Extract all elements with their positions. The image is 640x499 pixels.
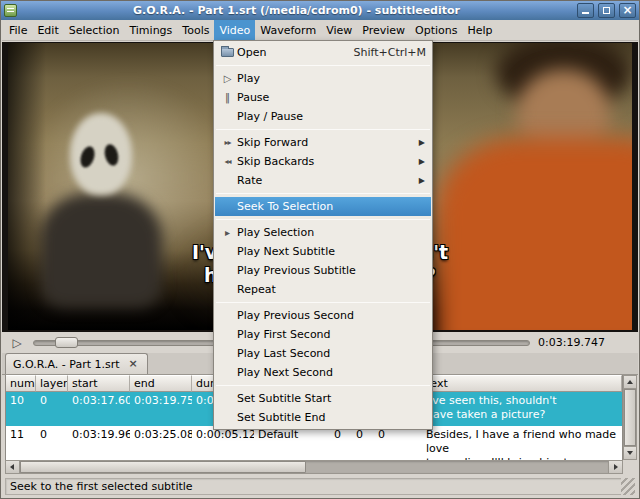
menu-item-label: Play Previous Second [237, 309, 416, 322]
menu-separator [216, 385, 430, 386]
menu-item-play-last-second[interactable]: Play Last Second [215, 344, 431, 363]
horizontal-scrollbar[interactable] [5, 460, 623, 474]
menu-item-set-subtitle-end[interactable]: Set Subtitle End [215, 408, 431, 427]
status-text: Seek to the first selected subtitle [5, 478, 621, 495]
horizontal-scrollbar-trough[interactable] [20, 460, 608, 474]
menubar-item-edit[interactable]: Edit [32, 20, 63, 40]
play-selection-icon: ▸ [218, 223, 237, 242]
menubar-item-timings[interactable]: Timings [124, 20, 177, 40]
maximize-button[interactable] [598, 3, 615, 18]
menu-item-label: Play [237, 72, 416, 85]
menu-item-label: Repeat [237, 283, 416, 296]
maximize-icon [603, 7, 610, 14]
pause-icon: ‖ [218, 88, 237, 107]
play-icon: ▷ [218, 69, 237, 88]
menu-item-open[interactable]: OpenShift+Ctrl+M [215, 43, 431, 62]
subtitle-row-11[interactable]: 1100:03:19.9600:03:25.0800:00:05.120Defa… [6, 426, 622, 460]
menu-item-label: Set Subtitle End [237, 411, 416, 424]
menu-item-set-subtitle-start[interactable]: Set Subtitle Start [215, 389, 431, 408]
app-icon [4, 4, 17, 17]
menubar-item-tools[interactable]: Tools [177, 20, 214, 40]
seek-slider-handle[interactable] [55, 337, 78, 348]
cell-duration: 0:00:05.120 [192, 426, 254, 460]
cell-margin-r: 0 [352, 426, 374, 460]
vertical-scrollbar[interactable] [623, 375, 637, 460]
tab-gora-part1[interactable]: G.O.R.A. - Part 1.srt [5, 353, 148, 374]
menu-item-play-previous-subtitle[interactable]: Play Previous Subtitle [215, 261, 431, 280]
menu-item-play-next-second[interactable]: Play Next Second [215, 363, 431, 382]
open-folder-icon [218, 42, 237, 63]
menu-item-label: Rate [237, 174, 409, 187]
menu-item-play[interactable]: ▷Play [215, 69, 431, 88]
cell-text: Besides, I have a friend who made love t… [422, 426, 622, 460]
menubar-item-selection[interactable]: Selection [64, 20, 125, 40]
menu-item-pause[interactable]: ‖Pause [215, 88, 431, 107]
skip-backward-icon: ◂◂ [218, 152, 237, 171]
column-header-end[interactable]: end [130, 375, 192, 392]
cell-end: 0:03:19.750 [130, 392, 192, 426]
menu-item-skip-forward[interactable]: ▸▸Skip Forward▶ [215, 133, 431, 152]
menu-item-rate[interactable]: Rate▶ [215, 171, 431, 190]
menu-item-repeat[interactable]: Repeat [215, 280, 431, 299]
play-icon[interactable] [9, 335, 25, 351]
menu-separator [216, 65, 430, 66]
cell-start: 0:03:17.600 [68, 392, 130, 426]
close-button[interactable] [619, 3, 636, 18]
menu-item-play-pause[interactable]: Play / Pause [215, 107, 431, 126]
scroll-up-button[interactable] [624, 376, 636, 389]
menubar: FileEditSelectionTimingsToolsVideoWavefo… [2, 20, 638, 41]
status-bar: Seek to the first selected subtitle [2, 476, 638, 497]
menu-item-label: Skip Forward [237, 136, 409, 149]
cell-margin-l: 0 [330, 426, 352, 460]
menubar-item-help[interactable]: Help [463, 20, 498, 40]
alien-head [70, 113, 132, 195]
submenu-arrow-icon: ▶ [409, 176, 426, 185]
menu-item-label: Seek To Selection [237, 200, 416, 213]
menu-separator [216, 193, 430, 194]
menu-item-label: Play First Second [237, 328, 416, 341]
vertical-scrollbar-thumb[interactable] [624, 389, 636, 446]
menubar-item-options[interactable]: Options [410, 20, 462, 40]
menu-item-label: Set Subtitle Start [237, 392, 416, 405]
scroll-down-button[interactable] [624, 446, 636, 459]
minimize-button[interactable] [577, 3, 594, 18]
menu-item-play-first-second[interactable]: Play First Second [215, 325, 431, 344]
menu-item-play-selection[interactable]: ▸Play Selection [215, 223, 431, 242]
arrow-left-icon [10, 464, 14, 470]
cell-margin-v: 0 [374, 426, 396, 460]
person-orange-shirt [436, 138, 632, 330]
menu-item-label: Open [237, 46, 344, 59]
submenu-arrow-icon: ▶ [409, 138, 426, 147]
menu-item-skip-backards[interactable]: ◂◂Skip Backards▶ [215, 152, 431, 171]
tab-close-icon[interactable] [127, 358, 140, 371]
menu-item-play-next-subtitle[interactable]: Play Next Subtitle [215, 242, 431, 261]
column-header-text[interactable]: text [422, 375, 622, 392]
menu-item-label: Skip Backards [237, 155, 409, 168]
horizontal-scrollbar-thumb[interactable] [20, 461, 306, 473]
cell-num: 11 [6, 426, 36, 460]
scroll-left-button[interactable] [5, 460, 20, 474]
submenu-arrow-icon: ▶ [409, 157, 426, 166]
resize-grip[interactable] [621, 478, 635, 495]
menubar-item-preview[interactable]: Preview [357, 20, 410, 40]
menubar-item-view[interactable]: View [321, 20, 357, 40]
cell-style: Default [254, 426, 330, 460]
scroll-right-button[interactable] [608, 460, 623, 474]
video-menu: OpenShift+Ctrl+M▷Play‖PausePlay / Pause▸… [213, 40, 433, 430]
arrow-down-icon [627, 451, 633, 455]
cell-num: 10 [6, 392, 36, 426]
menu-item-play-previous-second[interactable]: Play Previous Second [215, 306, 431, 325]
column-header-num[interactable]: num [6, 375, 36, 392]
cell-effect [396, 426, 422, 460]
column-header-layer[interactable]: layer [36, 375, 68, 392]
tab-label: G.O.R.A. - Part 1.srt [13, 358, 120, 371]
menubar-item-video[interactable]: Video [214, 20, 255, 40]
column-header-start[interactable]: start [68, 375, 130, 392]
skip-forward-icon: ▸▸ [218, 133, 237, 152]
titlebar[interactable]: G.O.R.A. - Part 1.srt (/media/cdrom0) - … [1, 1, 639, 20]
menubar-item-file[interactable]: File [4, 20, 32, 40]
folder-icon [221, 48, 234, 57]
menubar-item-waveform[interactable]: Waveform [255, 20, 321, 40]
window-title: G.O.R.A. - Part 1.srt (/media/cdrom0) - … [20, 4, 573, 17]
menu-item-seek-to-selection[interactable]: Seek To Selection [215, 197, 431, 216]
